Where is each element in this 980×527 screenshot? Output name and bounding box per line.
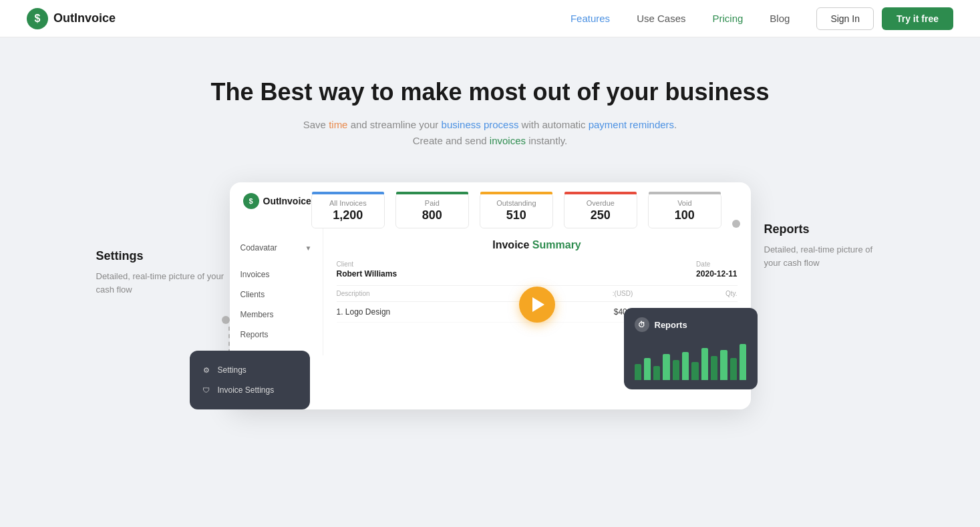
nav-features[interactable]: Features [570, 13, 610, 24]
bar-5 [673, 360, 679, 380]
card-logo: $ OutInvoice [243, 193, 311, 209]
bar-2 [644, 358, 651, 380]
logo-icon: $ [27, 8, 48, 29]
dashboard-wrapper: $ OutInvoice All Invoices 1,200 Paid 800… [230, 182, 751, 409]
reports-bar-chart [635, 340, 747, 380]
card-sidebar: Codavatar ▼ Invoices Clients Members Rep… [230, 228, 323, 355]
invoice-title: Invoice Summary [337, 239, 738, 251]
nav-pricing[interactable]: Pricing [712, 13, 743, 24]
play-icon [532, 297, 544, 312]
connector-right-dot [727, 193, 740, 228]
stat-all-invoices: All Invoices 1,200 [311, 193, 385, 228]
invoice-settings-icon: 🛡 [200, 384, 212, 396]
nav-links: Features Use Cases Pricing Blog [570, 13, 790, 24]
highlight-time: time [329, 119, 347, 130]
invoice-client: Client Robert Williams [337, 260, 397, 279]
stat-paid: Paid 800 [395, 193, 469, 228]
signin-button[interactable]: Sign In [816, 7, 874, 30]
try-free-button[interactable]: Try it free [882, 7, 953, 30]
nav-use-cases[interactable]: Use Cases [637, 13, 685, 24]
highlight-business: business process [442, 119, 519, 130]
bar-6 [682, 352, 689, 380]
content-area: Settings Detailed, real-time picture of … [0, 182, 980, 409]
brand-name: OutInvoice [53, 11, 116, 25]
nav-actions: Sign In Try it free [816, 7, 953, 30]
bar-11 [730, 358, 737, 380]
hero-section: The Best way to make most out of your bu… [0, 37, 980, 176]
reports-card-header: ⏱ Reports [635, 317, 747, 332]
stat-void: Void 100 [648, 193, 721, 228]
navbar: $ OutInvoice Features Use Cases Pricing … [0, 0, 980, 37]
logo: $ OutInvoice [27, 8, 116, 29]
bar-8 [701, 348, 708, 380]
left-panel-desc: Detailed, real-time picture of your cash… [96, 270, 230, 296]
hero-title: The Best way to make most out of your bu… [13, 77, 967, 106]
bar-7 [691, 362, 698, 380]
side-panel-left: Settings Detailed, real-time picture of … [96, 182, 230, 356]
nav-blog[interactable]: Blog [770, 13, 790, 24]
hero-subtitle: Save time and streamline your business p… [290, 117, 691, 149]
card-brand-name: OutInvoice [263, 196, 311, 206]
stat-overdue: Overdue 250 [564, 193, 637, 228]
sidebar-nav-members[interactable]: Members [230, 305, 323, 325]
reports-clock-icon: ⏱ [635, 317, 649, 332]
card-logo-icon: $ [243, 193, 259, 209]
bar-3 [653, 366, 660, 380]
chevron-icon: ▼ [305, 244, 312, 252]
side-panel-right: Reports Detailed, real-time picture of y… [751, 182, 884, 269]
settings-item: ⚙ Settings [200, 360, 299, 380]
invoice-settings-item: 🛡 Invoice Settings [200, 380, 299, 400]
left-panel-title: Settings [96, 249, 230, 263]
play-button[interactable] [519, 287, 555, 323]
stats-tabs: All Invoices 1,200 Paid 800 Outstanding … [311, 193, 727, 228]
connector-dot-left [222, 316, 230, 324]
invoice-meta: Client Robert Williams Date 2020-12-11 [337, 260, 738, 279]
sidebar-nav-invoices[interactable]: Invoices [230, 265, 323, 285]
sidebar-nav-reports[interactable]: Reports [230, 325, 323, 345]
invoice-date: Date 2020-12-11 [696, 260, 737, 279]
bar-10 [720, 350, 727, 380]
highlight-payment: payment reminders [589, 119, 674, 130]
bar-12 [740, 344, 746, 380]
settings-gear-icon: ⚙ [200, 364, 212, 376]
right-panel-title: Reports [764, 222, 884, 236]
settings-float-card: ⚙ Settings 🛡 Invoice Settings [190, 351, 310, 409]
stat-outstanding: Outstanding 510 [480, 193, 553, 228]
reports-float-card: ⏱ Reports [624, 308, 758, 389]
bar-1 [635, 364, 641, 380]
highlight-invoices: invoices [490, 135, 526, 146]
org-selector[interactable]: Codavatar ▼ [230, 239, 323, 256]
right-panel-desc: Detailed, real-time picture of your cash… [764, 243, 884, 269]
bar-9 [711, 356, 717, 380]
sidebar-nav-clients[interactable]: Clients [230, 285, 323, 305]
bar-4 [663, 354, 669, 380]
